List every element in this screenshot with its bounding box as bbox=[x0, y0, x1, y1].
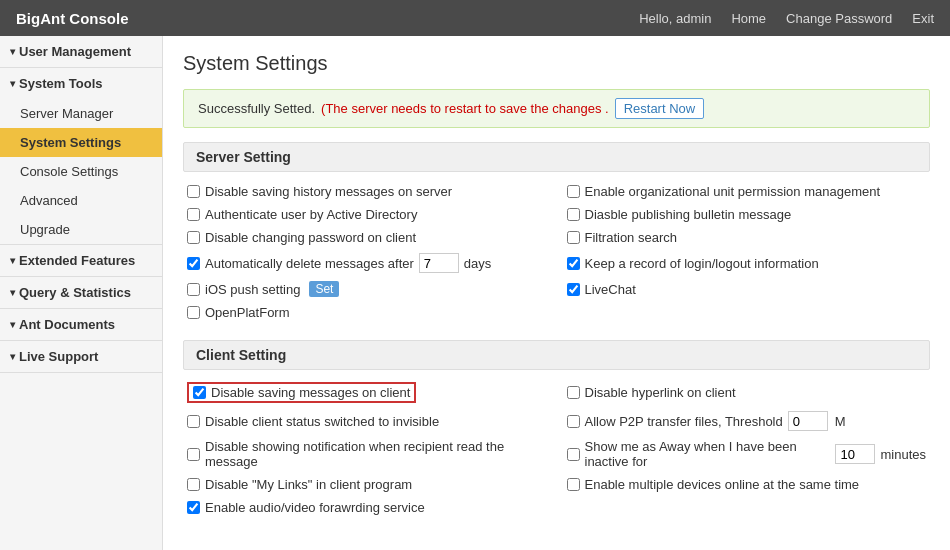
client-setting-title: Client Setting bbox=[183, 340, 930, 370]
checkbox-notification[interactable] bbox=[187, 448, 200, 461]
client-setting-disable-status: Disable client status switched to invisi… bbox=[187, 409, 547, 433]
nav-home[interactable]: Home bbox=[731, 11, 766, 26]
checkbox-active-dir[interactable] bbox=[187, 208, 200, 221]
server-setting-filtration: Filtration search bbox=[567, 228, 927, 247]
checkbox-livechat[interactable] bbox=[567, 283, 580, 296]
checkbox-enable-org[interactable] bbox=[567, 185, 580, 198]
checkbox-disable-hyperlink[interactable] bbox=[567, 386, 580, 399]
server-setting-login-record: Keep a record of login/logout informatio… bbox=[567, 251, 927, 275]
checkbox-away[interactable] bbox=[567, 448, 580, 461]
highlight-disable-saving: Disable saving messages on client bbox=[187, 382, 416, 403]
sidebar-section-extended-features: Extended Features bbox=[0, 245, 162, 277]
client-setting-disable-saving: Disable saving messages on client bbox=[187, 380, 547, 405]
sidebar-item-console-settings[interactable]: Console Settings bbox=[0, 157, 162, 186]
nav-hello: Hello, admin bbox=[639, 11, 711, 26]
header-nav: Hello, admin Home Change Password Exit bbox=[639, 11, 934, 26]
server-setting-section: Server Setting Disable saving history me… bbox=[183, 142, 930, 322]
server-setting-auto-delete: Automatically delete messages after days bbox=[187, 251, 547, 275]
client-setting-audio-video: Enable audio/video forawrding service bbox=[187, 498, 547, 517]
sidebar-section-system-tools: System Tools Server Manager System Setti… bbox=[0, 68, 162, 245]
checkbox-multi-devices[interactable] bbox=[567, 478, 580, 491]
checkbox-disable-saving[interactable] bbox=[193, 386, 206, 399]
success-text: Successfully Setted. bbox=[198, 101, 315, 116]
checkbox-disable-bulletin[interactable] bbox=[567, 208, 580, 221]
checkbox-p2p[interactable] bbox=[567, 415, 580, 428]
sidebar-section-query-statistics: Query & Statistics bbox=[0, 277, 162, 309]
p2p-threshold-input[interactable] bbox=[788, 411, 828, 431]
header: BigAnt Console Hello, admin Home Change … bbox=[0, 0, 950, 36]
server-setting-enable-org: Enable organizational unit permission ma… bbox=[567, 182, 927, 201]
server-setting-title: Server Setting bbox=[183, 142, 930, 172]
client-setting-disable-hyperlink: Disable hyperlink on client bbox=[567, 380, 927, 405]
checkbox-disable-status[interactable] bbox=[187, 415, 200, 428]
sidebar-section-title-user-management[interactable]: User Management bbox=[0, 36, 162, 67]
checkbox-openplatform[interactable] bbox=[187, 306, 200, 319]
main-content: System Settings Successfully Setted. (Th… bbox=[163, 36, 950, 550]
sidebar-section-live-support: Live Support bbox=[0, 341, 162, 373]
nav-change-password[interactable]: Change Password bbox=[786, 11, 892, 26]
client-setting-section: Client Setting Disable saving messages o… bbox=[183, 340, 930, 517]
success-banner: Successfully Setted. (The server needs t… bbox=[183, 89, 930, 128]
checkbox-auto-delete[interactable] bbox=[187, 257, 200, 270]
p2p-unit: M bbox=[835, 414, 846, 429]
sidebar-section-title-extended-features[interactable]: Extended Features bbox=[0, 245, 162, 276]
ios-set-button[interactable]: Set bbox=[309, 281, 339, 297]
brand-logo: BigAnt Console bbox=[16, 10, 639, 27]
sidebar-item-upgrade[interactable]: Upgrade bbox=[0, 215, 162, 244]
client-setting-away: Show me as Away when I have been inactiv… bbox=[567, 437, 927, 471]
checkbox-login-record[interactable] bbox=[567, 257, 580, 270]
sidebar-item-system-settings[interactable]: System Settings bbox=[0, 128, 162, 157]
sidebar-section-title-live-support[interactable]: Live Support bbox=[0, 341, 162, 372]
checkbox-my-links[interactable] bbox=[187, 478, 200, 491]
auto-delete-unit: days bbox=[464, 256, 491, 271]
sidebar-section-title-ant-documents[interactable]: Ant Documents bbox=[0, 309, 162, 340]
sidebar-section-ant-documents: Ant Documents bbox=[0, 309, 162, 341]
away-unit: minutes bbox=[880, 447, 926, 462]
client-setting-notification: Disable showing notification when recipi… bbox=[187, 437, 547, 471]
auto-delete-days-input[interactable] bbox=[419, 253, 459, 273]
away-minutes-input[interactable] bbox=[835, 444, 875, 464]
client-settings-grid: Disable saving messages on client Disabl… bbox=[183, 380, 930, 517]
client-setting-multi-devices: Enable multiple devices online at the sa… bbox=[567, 475, 927, 494]
server-setting-empty bbox=[567, 303, 927, 322]
sidebar-item-server-manager[interactable]: Server Manager bbox=[0, 99, 162, 128]
client-setting-empty bbox=[567, 498, 927, 517]
sidebar-section-user-management: User Management bbox=[0, 36, 162, 68]
layout: User Management System Tools Server Mana… bbox=[0, 36, 950, 550]
server-setting-active-dir: Authenticate user by Active Directory bbox=[187, 205, 547, 224]
restart-now-button[interactable]: Restart Now bbox=[615, 98, 705, 119]
server-settings-grid: Disable saving history messages on serve… bbox=[183, 182, 930, 322]
server-setting-openplatform: OpenPlatForm bbox=[187, 303, 547, 322]
checkbox-ios-push[interactable] bbox=[187, 283, 200, 296]
checkbox-disable-history[interactable] bbox=[187, 185, 200, 198]
sidebar-section-title-query-statistics[interactable]: Query & Statistics bbox=[0, 277, 162, 308]
checkbox-filtration[interactable] bbox=[567, 231, 580, 244]
server-setting-livechat: LiveChat bbox=[567, 279, 927, 299]
client-setting-my-links: Disable "My Links" in client program bbox=[187, 475, 547, 494]
sidebar-section-title-system-tools[interactable]: System Tools bbox=[0, 68, 162, 99]
checkbox-audio-video[interactable] bbox=[187, 501, 200, 514]
server-setting-disable-password: Disable changing password on client bbox=[187, 228, 547, 247]
sidebar: User Management System Tools Server Mana… bbox=[0, 36, 163, 550]
success-warning: (The server needs to restart to save the… bbox=[321, 101, 609, 116]
server-setting-disable-history: Disable saving history messages on serve… bbox=[187, 182, 547, 201]
server-setting-disable-bulletin: Diasble publishing bulletin message bbox=[567, 205, 927, 224]
nav-exit[interactable]: Exit bbox=[912, 11, 934, 26]
checkbox-disable-password[interactable] bbox=[187, 231, 200, 244]
server-setting-ios-push: iOS push setting Set bbox=[187, 279, 547, 299]
client-setting-p2p: Allow P2P transfer files, Threshold M bbox=[567, 409, 927, 433]
page-title: System Settings bbox=[183, 52, 930, 75]
sidebar-item-advanced[interactable]: Advanced bbox=[0, 186, 162, 215]
